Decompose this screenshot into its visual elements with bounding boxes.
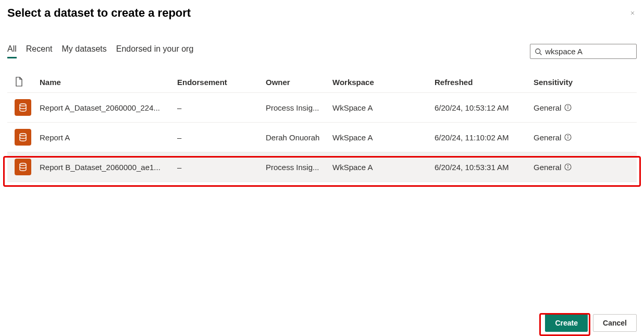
svg-point-4 <box>20 104 26 106</box>
cell-refreshed: 6/20/24, 10:53:31 AM <box>435 163 534 172</box>
cell-sensitivity: General <box>534 133 633 142</box>
cell-refreshed: 6/20/24, 10:53:12 AM <box>435 103 534 112</box>
tab-endorsed-in-your-org[interactable]: Endorsed in your org <box>116 44 194 58</box>
info-icon[interactable] <box>564 134 572 141</box>
sensitivity-label: General <box>534 103 561 112</box>
row-icon-cell <box>7 99 40 116</box>
sensitivity-label: General <box>534 163 561 172</box>
info-icon[interactable] <box>564 104 572 111</box>
dataset-icon <box>15 99 31 116</box>
file-icon <box>15 77 23 87</box>
filter-tabs: AllRecentMy datasetsEndorsed in your org <box>7 44 193 58</box>
column-header-type[interactable] <box>7 77 40 87</box>
search-box[interactable] <box>530 44 637 59</box>
cell-workspace: WkSpace A <box>332 163 435 172</box>
dataset-icon <box>15 159 31 175</box>
column-header-workspace[interactable]: Workspace <box>332 78 435 87</box>
cancel-button[interactable]: Cancel <box>593 314 637 332</box>
table-row[interactable]: Report B_Dataset_2060000_ae1...–Process … <box>7 152 637 182</box>
tab-my-datasets[interactable]: My datasets <box>61 44 106 58</box>
svg-point-2 <box>536 49 540 53</box>
cell-owner: Process Insig... <box>266 103 332 112</box>
row-icon-cell <box>7 129 40 146</box>
svg-line-3 <box>540 53 542 55</box>
search-icon <box>535 47 542 56</box>
cell-endorsement: – <box>177 103 266 112</box>
table-row[interactable]: Report A–Derah OnuorahWkSpace A6/20/24, … <box>7 123 637 152</box>
row-icon-cell <box>7 159 40 175</box>
column-header-owner[interactable]: Owner <box>266 78 332 87</box>
svg-point-8 <box>20 134 26 136</box>
cell-name: Report A <box>40 133 177 142</box>
cell-endorsement: – <box>177 133 266 142</box>
column-header-name[interactable]: Name <box>40 78 177 87</box>
create-button[interactable]: Create <box>545 314 588 332</box>
tab-all[interactable]: All <box>7 44 17 58</box>
cell-refreshed: 6/20/24, 11:10:02 AM <box>435 133 534 142</box>
svg-point-15 <box>568 165 568 166</box>
cell-owner: Process Insig... <box>266 163 332 172</box>
search-input[interactable] <box>545 47 632 56</box>
column-header-sensitivity[interactable]: Sensitivity <box>534 78 633 87</box>
info-icon[interactable] <box>564 163 572 171</box>
sensitivity-label: General <box>534 133 561 142</box>
dataset-icon <box>15 129 31 146</box>
cell-name: Report B_Dataset_2060000_ae1... <box>40 163 177 172</box>
close-icon[interactable] <box>628 9 637 17</box>
cell-endorsement: – <box>177 163 266 172</box>
table-row[interactable]: Report A_Dataset_2060000_224...–Process … <box>7 93 637 123</box>
cell-sensitivity: General <box>534 163 633 172</box>
tab-recent[interactable]: Recent <box>26 44 53 58</box>
cell-owner: Derah Onuorah <box>266 133 332 142</box>
cell-sensitivity: General <box>534 103 633 112</box>
svg-point-7 <box>568 106 568 106</box>
cell-workspace: WkSpace A <box>332 133 435 142</box>
cell-name: Report A_Dataset_2060000_224... <box>40 103 177 112</box>
column-header-endorsement[interactable]: Endorsement <box>177 78 266 87</box>
dialog-title: Select a dataset to create a report <box>7 6 191 20</box>
dataset-table: Name Endorsement Owner Workspace Refresh… <box>7 71 637 182</box>
column-header-refreshed[interactable]: Refreshed <box>435 78 534 87</box>
cell-workspace: WkSpace A <box>332 103 435 112</box>
svg-point-11 <box>568 136 568 136</box>
svg-point-12 <box>20 163 26 165</box>
